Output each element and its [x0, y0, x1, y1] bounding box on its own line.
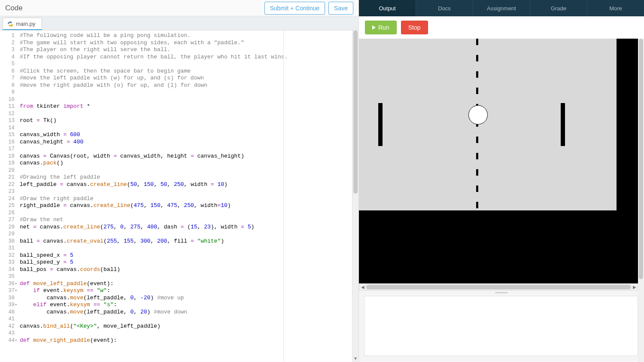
output-tab-grade[interactable]: Grade	[530, 0, 587, 16]
scroll-down-arrow[interactable]: ▼	[352, 356, 358, 362]
line-number: 31	[0, 245, 15, 252]
ball	[468, 105, 488, 125]
output-hscrollbar[interactable]: ◀ ▶	[359, 283, 638, 291]
code-line[interactable]: elif event.keysym == "s":	[20, 301, 358, 309]
code-line[interactable]	[20, 316, 358, 323]
line-number: 44▾	[0, 337, 15, 344]
output-tab-assignment[interactable]: Assignment	[473, 0, 530, 16]
code-editor[interactable]: 1234567891011121314151617181920212223242…	[0, 30, 358, 362]
play-icon	[372, 25, 376, 30]
output-tab-bar: OutputDocsAssignmentGradeMore	[359, 0, 644, 16]
line-gutter: 1234567891011121314151617181920212223242…	[0, 30, 18, 362]
output-canvas[interactable]	[359, 39, 638, 283]
code-line[interactable]: root = Tk()	[20, 117, 358, 125]
hscroll-left-arrow[interactable]: ◀	[359, 284, 366, 290]
code-line[interactable]: canvas.move(left_paddle, 0, -20) #move u…	[20, 295, 358, 302]
save-button[interactable]: Save	[328, 2, 353, 15]
output-tab-docs[interactable]: Docs	[416, 0, 473, 16]
code-line[interactable]: net = canvas.create_line(275, 0, 275, 40…	[20, 224, 358, 231]
code-line[interactable]	[20, 146, 358, 153]
output-tab-output[interactable]: Output	[359, 0, 416, 16]
code-line[interactable]: #Draw the right paddle	[20, 195, 358, 203]
line-number: 17	[0, 146, 15, 153]
net-segment	[476, 88, 478, 94]
code-line[interactable]: from tkinter import *	[20, 103, 358, 110]
line-number: 40	[0, 309, 15, 316]
code-body[interactable]: #The following code will be a ping pong …	[18, 30, 358, 362]
code-line[interactable]: #Click the screen, then the space bar to…	[20, 68, 358, 75]
code-line[interactable]: #Drawing the left paddle	[20, 174, 358, 181]
code-line[interactable]: canvas.bind_all("<Key>", move_left_paddl…	[20, 323, 358, 330]
hscroll-right-arrow[interactable]: ▶	[631, 284, 638, 290]
code-line[interactable]: canvas.pack()	[20, 160, 358, 167]
run-bar: Run Stop	[359, 16, 644, 39]
hscroll-thumb[interactable]	[366, 285, 631, 289]
output-resize-grip[interactable]	[359, 291, 644, 294]
code-line[interactable]: ball_pos = canvas.coords(ball)	[20, 266, 358, 274]
line-number: 33	[0, 259, 15, 266]
code-line[interactable]	[20, 330, 358, 337]
code-line[interactable]: canvas.move(left_paddle, 0, 20) #move do…	[20, 309, 358, 316]
output-vscroll-thumb[interactable]	[639, 39, 643, 279]
line-number: 11	[0, 103, 15, 110]
net-segment	[476, 169, 478, 176]
code-line[interactable]: #The player on the right will serve the …	[20, 46, 358, 54]
code-line[interactable]: #move the right paddle with (o) for up, …	[20, 82, 358, 89]
code-line[interactable]	[20, 245, 358, 252]
file-tab-main-py[interactable]: main.py	[3, 18, 42, 30]
code-line[interactable]: left_paddle = canvas.create_line(50, 150…	[20, 181, 358, 189]
line-number: 29	[0, 231, 15, 238]
code-line[interactable]	[20, 210, 358, 217]
editor-split-line	[283, 30, 284, 362]
code-line[interactable]: #If the opposing player cannot return th…	[20, 54, 358, 61]
submit-continue-button[interactable]: Submit + Continue	[264, 2, 325, 15]
output-vscrollbar[interactable]	[638, 39, 644, 362]
net-segment	[476, 39, 478, 45]
python-icon	[7, 21, 13, 27]
code-line[interactable]	[20, 188, 358, 195]
code-line[interactable]: #move the left paddle with (w) for up, a…	[20, 75, 358, 82]
code-line[interactable]: def move_left_paddle(event):	[20, 280, 358, 288]
code-pane: Code Submit + Continue Save main.py 1234…	[0, 0, 359, 362]
line-number: 23	[0, 188, 15, 195]
code-line[interactable]	[20, 96, 358, 103]
code-line[interactable]: right_paddle = canvas.create_line(475, 1…	[20, 202, 358, 210]
line-number: 16	[0, 139, 15, 146]
code-line[interactable]: canvas_width = 600	[20, 131, 358, 139]
line-number: 28	[0, 224, 15, 231]
right-paddle	[561, 103, 565, 146]
line-number: 10	[0, 96, 15, 103]
code-line[interactable]: ball_speed_x = 5	[20, 252, 358, 259]
stop-button[interactable]: Stop	[401, 21, 428, 34]
line-number: 32	[0, 252, 15, 259]
code-line[interactable]: #Draw the net	[20, 216, 358, 224]
output-console[interactable]	[364, 296, 638, 356]
code-line[interactable]: canvas_height = 400	[20, 139, 358, 146]
code-line[interactable]: canvas = Canvas(root, width = canvas_wid…	[20, 153, 358, 160]
line-number: 1	[0, 32, 15, 40]
code-line[interactable]: ball_speed_y = 5	[20, 259, 358, 266]
code-line[interactable]	[20, 61, 358, 68]
line-number: 41	[0, 316, 15, 323]
output-tab-more[interactable]: More	[587, 0, 644, 16]
editor-vscrollbar[interactable]: ▲ ▼	[352, 30, 358, 362]
line-number: 14	[0, 125, 15, 132]
code-line[interactable]: #The game will start with two opposing s…	[20, 40, 358, 47]
line-number: 35	[0, 273, 15, 280]
code-line[interactable]	[20, 231, 358, 238]
line-number: 6	[0, 68, 15, 75]
code-line[interactable]	[20, 167, 358, 174]
code-line[interactable]: #The following code will be a ping pong …	[20, 32, 358, 40]
line-number: 39▾	[0, 301, 15, 309]
code-line[interactable]	[20, 89, 358, 96]
run-button[interactable]: Run	[365, 21, 397, 34]
code-line[interactable]: def move_right_paddle(event):	[20, 337, 358, 344]
line-number: 24	[0, 195, 15, 203]
code-line[interactable]: if event.keysym == "w":	[20, 287, 358, 295]
code-line[interactable]	[20, 110, 358, 118]
code-line[interactable]	[20, 125, 358, 132]
code-line[interactable]: ball = canvas.create_oval(255, 155, 300,…	[20, 238, 358, 245]
scroll-thumb[interactable]	[353, 30, 358, 194]
line-number: 34	[0, 266, 15, 274]
code-line[interactable]	[20, 273, 358, 280]
